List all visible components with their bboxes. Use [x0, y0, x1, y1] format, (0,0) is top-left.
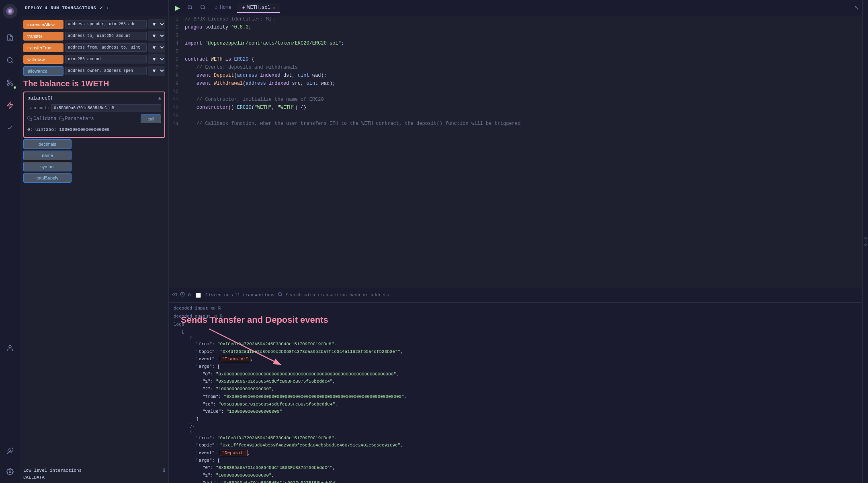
decoded-input-copy1[interactable]: ⧉ [211, 306, 215, 311]
svg-point-8 [7, 80, 9, 82]
decoded-output-copy1[interactable]: ⧉ [214, 314, 217, 319]
svg-line-29 [281, 295, 282, 296]
increaseallow-input[interactable] [65, 20, 147, 29]
code-line-6: 6 contract WETH is ERC20 { [169, 56, 862, 64]
svg-point-12 [9, 345, 11, 348]
code-line-9: 9 event Withdrawal(address indexed src, … [169, 80, 862, 88]
allowance-button[interactable]: allowance [23, 66, 63, 76]
sidebar-logo[interactable] [3, 4, 17, 18]
svg-line-23 [204, 8, 205, 9]
low-level-info-icon[interactable]: ℹ [163, 467, 165, 473]
parameters-icon[interactable]: Parameters [59, 116, 94, 122]
account-label: account: [27, 106, 49, 110]
deploy-check-icon: ✓ [100, 4, 103, 11]
withdraw-button[interactable]: withdraw [23, 55, 63, 64]
transferfrom-button[interactable]: transferFrom [23, 43, 63, 52]
decoded-input-label: decoded input ⧉ ⎘ [174, 306, 858, 311]
totalsupply-button[interactable]: totalSupply [23, 173, 72, 183]
withdraw-input[interactable] [65, 55, 147, 63]
code-line-1: 1 // SPDX-License-Identifier: MIT [169, 16, 862, 24]
log-entry-1: { "from": "0xf8e81D47203A594245E38C48e15… [174, 336, 858, 428]
tab-weth[interactable]: ◈ WETH.sol ✕ [237, 3, 280, 13]
listen-label: listen on all transactions [206, 293, 275, 298]
svg-point-28 [278, 293, 282, 296]
code-line-12: 12 constructor() ERC20("WETH", "WETH") {… [169, 104, 862, 112]
tab-close-icon[interactable]: ✕ [273, 5, 275, 10]
play-button[interactable]: ▶ [172, 2, 183, 13]
tab-home-label: Home [220, 5, 231, 10]
transfer-button[interactable]: transfer [23, 32, 63, 41]
call-button[interactable]: call [141, 114, 161, 123]
expand-icon[interactable]: ⤡ [854, 4, 859, 11]
code-line-5: 5 [169, 48, 862, 56]
log1-from: "from": "0xf8e81D47203A594245E38C48e1517… [196, 340, 858, 348]
zoom-in-button[interactable] [184, 3, 196, 13]
increaseallow-button[interactable]: increaseAllow [23, 20, 63, 29]
decimals-button[interactable]: decimals [23, 139, 72, 149]
symbol-button[interactable]: symbol [23, 162, 72, 171]
deploy-header: DEPLOY & RUN TRANSACTIONS ✓ › [20, 0, 168, 16]
sidebar-item-users[interactable] [3, 341, 17, 355]
logs-label: logs [174, 322, 858, 327]
code-line-13: 13 [169, 112, 862, 120]
weth-file-icon: ◈ [242, 4, 245, 10]
calldata-label: Calldata [33, 116, 57, 122]
transfer-input[interactable] [65, 32, 147, 40]
tx-bar: 0 listen on all transactions [169, 288, 862, 302]
listen-checkbox[interactable] [196, 293, 201, 298]
svg-point-7 [11, 84, 13, 86]
deploy-expand-icon[interactable]: › [106, 5, 109, 11]
sidebar-item-verify[interactable] [3, 120, 17, 135]
func-row-transfer: transfer ▼ [23, 31, 165, 41]
code-line-4: 4 import "@openzeppelin/contracts/token/… [169, 40, 862, 48]
code-line-8: 8 event Deposit(address indexed dst, uin… [169, 72, 862, 80]
code-line-14: 14 // Callback function, when the user t… [169, 120, 862, 128]
right-handle: ⟺ [862, 0, 868, 483]
code-line-11: 11 // Constructor, initialize the name o… [169, 96, 862, 104]
allowance-input[interactable] [65, 67, 147, 75]
increaseallow-dropdown[interactable]: ▼ [148, 19, 165, 29]
allowance-dropdown[interactable]: ▼ [148, 66, 165, 76]
func-row-withdraw: withdraw ▼ [23, 54, 165, 64]
code-area: 1 // SPDX-License-Identifier: MIT 2 prag… [169, 16, 862, 288]
zoom-out-button[interactable] [197, 3, 209, 13]
calldata-icon[interactable]: Calldata [27, 116, 57, 122]
log1-event: "event": "Transfer", [196, 355, 858, 363]
low-level-title: Low level interactions [23, 468, 82, 473]
withdraw-dropdown[interactable]: ▼ [148, 54, 165, 64]
decoded-input-copy2[interactable]: ⎘ [218, 306, 221, 311]
tab-home[interactable]: ⌂ Home [210, 3, 236, 13]
decoded-output-label: decoded output ⧉ ⎘ [174, 314, 858, 319]
sidebar-item-files[interactable] [3, 31, 17, 45]
code-line-3: 3 [169, 32, 862, 40]
balanceof-input-row: account: [27, 104, 161, 112]
deploy-content: increaseAllow ▼ transfer ▼ transferFrom … [20, 16, 168, 464]
code-scroll[interactable]: 1 // SPDX-License-Identifier: MIT 2 prag… [169, 16, 862, 288]
name-button[interactable]: name [23, 151, 72, 160]
transfer-dropdown[interactable]: ▼ [148, 31, 165, 41]
transferfrom-dropdown[interactable]: ▼ [148, 43, 165, 53]
sidebar-item-plugin[interactable] [3, 444, 17, 458]
tx-search-input[interactable] [286, 293, 859, 298]
decode-panel: Sends Transfer and Deposit events decode… [169, 302, 862, 483]
home-icon: ⌂ [215, 5, 217, 10]
balanceof-collapse-icon[interactable]: ▲ [158, 96, 161, 101]
annotation-balance: The balance is 1WETH [23, 77, 165, 90]
transferfrom-input[interactable] [65, 43, 147, 52]
sidebar-item-git[interactable] [3, 75, 17, 90]
clock-icon[interactable] [180, 292, 185, 298]
sidebar-item-settings[interactable] [3, 465, 17, 479]
right-handle-icon: ⟺ [862, 237, 868, 246]
svg-rect-17 [61, 118, 63, 121]
parameters-label: Parameters [65, 116, 94, 122]
tx-search-icon [278, 292, 283, 298]
account-input[interactable] [51, 104, 161, 112]
log1-topic: "topic": "0x4df252ad1be2c89b69c2b068fc37… [196, 348, 858, 356]
sidebar-item-search[interactable] [3, 53, 17, 67]
sidebar-item-deploy[interactable] [3, 98, 17, 112]
tx-count: 0 [188, 293, 191, 298]
decoded-output-copy2[interactable]: ⎘ [220, 314, 223, 319]
rewind-icon[interactable] [172, 292, 177, 298]
code-line-10: 10 [169, 88, 862, 96]
log2-from: "from": "0xf8e81D47203A594245E38C48e1517… [196, 434, 858, 442]
